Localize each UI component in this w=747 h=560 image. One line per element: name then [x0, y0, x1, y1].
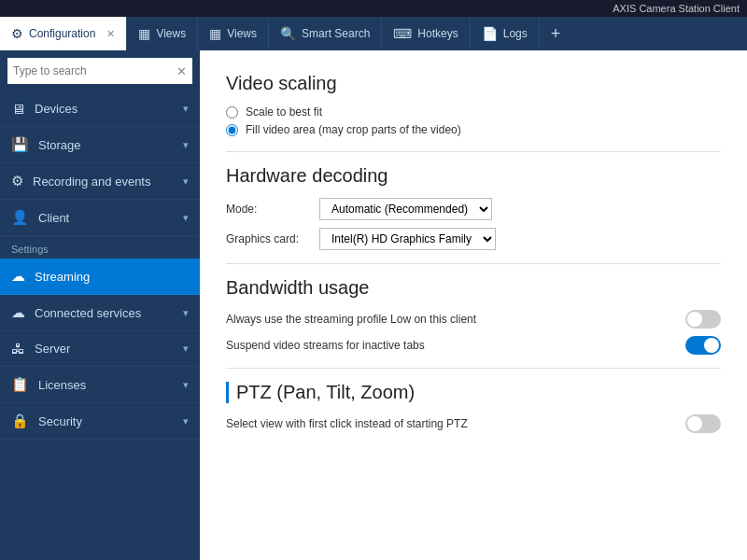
content-area: Video scaling Scale to best fit Fill vid… — [200, 50, 747, 560]
mode-select[interactable]: Automatic (Recommended) Always on Always… — [319, 198, 492, 220]
views2-icon: ▦ — [209, 26, 221, 41]
bandwidth-usage-title: Bandwidth usage — [226, 277, 721, 299]
graphics-label: Graphics card: — [226, 232, 319, 245]
gear-icon: ⚙ — [11, 26, 23, 41]
divider-3 — [226, 368, 721, 369]
bandwidth-toggle2-switch[interactable] — [685, 336, 721, 355]
bandwidth-toggle1-switch[interactable] — [685, 310, 721, 329]
fill-video-radio[interactable] — [226, 124, 238, 136]
sidebar-item-server[interactable]: 🖧 Server ▾ — [0, 331, 200, 367]
bandwidth-toggle2-track[interactable] — [685, 336, 721, 355]
bandwidth-toggle1-label: Always use the streaming profile Low on … — [226, 313, 476, 326]
bandwidth-toggle1-row: Always use the streaming profile Low on … — [226, 310, 721, 329]
sidebar-streaming-label: Streaming — [35, 270, 189, 284]
radio-fill-video[interactable]: Fill video area (may crop parts of the v… — [226, 123, 721, 136]
search-input[interactable] — [13, 64, 176, 77]
title-bar-text: AXIS Camera Station Client — [613, 3, 740, 14]
sidebar-item-connected-services[interactable]: ☁ Connected services ▾ — [0, 295, 200, 331]
chevron-down-icon: ▾ — [183, 139, 189, 151]
tab-configuration-label: Configuration — [29, 27, 95, 40]
sidebar: ✕ 🖥 Devices ▾ 💾 Storage ▾ ⚙ Recording an… — [0, 50, 200, 560]
video-scaling-options: Scale to best fit Fill video area (may c… — [226, 105, 721, 136]
server-icon: 🖧 — [11, 341, 25, 357]
chevron-down-icon: ▾ — [183, 103, 189, 115]
smart-search-icon: 🔍 — [280, 26, 296, 41]
devices-icon: 🖥 — [11, 101, 25, 117]
ptz-title: PTZ (Pan, Tilt, Zoom) — [236, 382, 721, 403]
storage-icon: 💾 — [11, 136, 29, 153]
search-box[interactable]: ✕ — [7, 58, 192, 84]
tab-hotkeys[interactable]: ⌨ Hotkeys — [382, 17, 470, 50]
bandwidth-toggle1-track[interactable] — [685, 310, 721, 329]
fill-video-label: Fill video area (may crop parts of the v… — [246, 123, 461, 136]
sidebar-item-licenses[interactable]: 📋 Licenses ▾ — [0, 367, 200, 403]
hardware-decoding-title: Hardware decoding — [226, 165, 721, 187]
connected-services-icon: ☁ — [11, 304, 25, 321]
chevron-down-icon: ▾ — [183, 307, 189, 319]
video-scaling-title: Video scaling — [226, 73, 721, 94]
recording-icon: ⚙ — [11, 173, 23, 189]
ptz-toggle-thumb — [687, 416, 702, 431]
tab-views2[interactable]: ▦ Views — [198, 17, 269, 50]
client-icon: 👤 — [11, 209, 29, 226]
tab-configuration[interactable]: ⚙ Configuration ✕ — [0, 17, 127, 50]
logs-icon: 📄 — [482, 26, 498, 41]
settings-label: Settings — [0, 236, 200, 259]
sidebar-storage-label: Storage — [38, 138, 183, 152]
sidebar-recording-label: Recording and events — [33, 175, 183, 189]
ptz-toggle-row: Select view with first click instead of … — [226, 414, 721, 433]
sidebar-item-storage[interactable]: 💾 Storage ▾ — [0, 127, 200, 163]
close-icon[interactable]: ✕ — [106, 28, 115, 40]
sidebar-security-label: Security — [38, 414, 183, 428]
tab-views1[interactable]: ▦ Views — [127, 17, 198, 50]
tab-bar: ⚙ Configuration ✕ ▦ Views ▦ Views 🔍 Smar… — [0, 17, 747, 50]
sidebar-client-label: Client — [38, 211, 183, 225]
divider-2 — [226, 263, 721, 264]
ptz-toggle-track[interactable] — [685, 414, 721, 433]
radio-scale-best-fit[interactable]: Scale to best fit — [226, 105, 721, 119]
mode-label: Mode: — [226, 203, 319, 216]
bandwidth-toggle2-label: Suspend video streams for inactive tabs — [226, 339, 425, 352]
security-icon: 🔒 — [11, 413, 29, 429]
ptz-accent: PTZ (Pan, Tilt, Zoom) — [226, 382, 721, 403]
ptz-toggle-switch[interactable] — [685, 414, 721, 433]
bandwidth-toggle1-thumb — [687, 312, 702, 327]
chevron-down-icon: ▾ — [183, 415, 189, 427]
clear-search-icon[interactable]: ✕ — [176, 64, 187, 78]
hotkeys-icon: ⌨ — [393, 26, 412, 41]
streaming-icon: ☁ — [11, 268, 25, 285]
chevron-down-icon: ▾ — [183, 175, 189, 188]
views1-icon: ▦ — [138, 26, 150, 41]
title-bar: AXIS Camera Station Client — [0, 0, 747, 17]
sidebar-item-security[interactable]: 🔒 Security ▾ — [0, 403, 200, 440]
sidebar-server-label: Server — [35, 342, 183, 356]
scale-best-fit-radio[interactable] — [226, 106, 238, 119]
divider-1 — [226, 151, 721, 152]
tab-hotkeys-label: Hotkeys — [417, 27, 458, 40]
chevron-down-icon: ▾ — [183, 212, 189, 224]
sidebar-licenses-label: Licenses — [38, 378, 183, 392]
tab-views2-label: Views — [227, 27, 257, 40]
tab-logs-label: Logs — [503, 27, 528, 40]
sidebar-item-recording-events[interactable]: ⚙ Recording and events ▾ — [0, 163, 200, 200]
mode-row: Mode: Automatic (Recommended) Always on … — [226, 198, 721, 220]
tab-views1-label: Views — [156, 27, 186, 40]
sidebar-devices-label: Devices — [35, 102, 183, 116]
main-layout: ✕ 🖥 Devices ▾ 💾 Storage ▾ ⚙ Recording an… — [0, 50, 747, 560]
graphics-row: Graphics card: Intel(R) HD Graphics Fami… — [226, 228, 721, 250]
chevron-down-icon: ▾ — [183, 379, 189, 391]
tab-smart-search[interactable]: 🔍 Smart Search — [269, 17, 382, 50]
sidebar-connected-services-label: Connected services — [35, 306, 183, 320]
licenses-icon: 📋 — [11, 376, 29, 393]
scale-best-fit-label: Scale to best fit — [246, 105, 322, 119]
sidebar-item-client[interactable]: 👤 Client ▾ — [0, 200, 200, 236]
chevron-down-icon: ▾ — [183, 343, 189, 355]
sidebar-item-devices[interactable]: 🖥 Devices ▾ — [0, 91, 200, 127]
bandwidth-toggle2-row: Suspend video streams for inactive tabs — [226, 336, 721, 355]
sidebar-item-streaming[interactable]: ☁ Streaming — [0, 259, 200, 295]
tab-logs[interactable]: 📄 Logs — [471, 17, 540, 50]
tab-smart-search-label: Smart Search — [302, 27, 370, 40]
add-tab-button[interactable]: + — [540, 17, 572, 50]
graphics-select[interactable]: Intel(R) HD Graphics Family — [319, 228, 496, 250]
ptz-toggle-label: Select view with first click instead of … — [226, 417, 468, 430]
